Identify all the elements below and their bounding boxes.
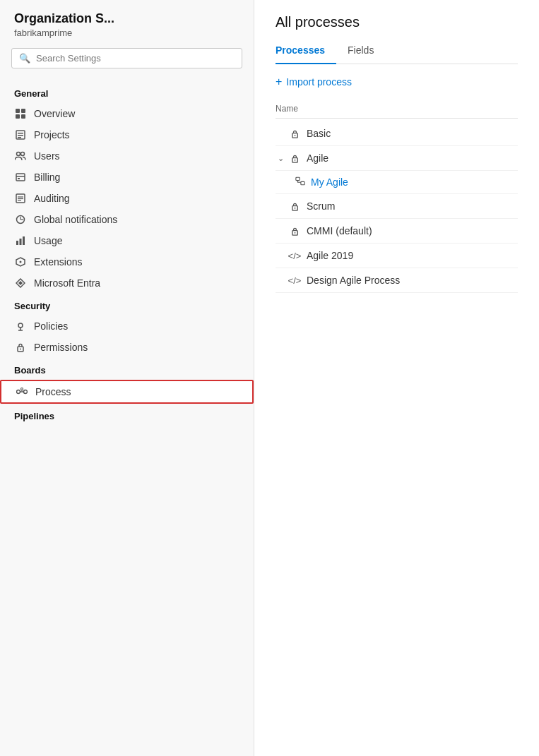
sidebar-item-billing-label: Billing <box>34 172 60 183</box>
search-input[interactable] <box>36 53 235 64</box>
sidebar-scroll-area: Organization S... fabrikamprime 🔍 Genera… <box>0 0 254 756</box>
grid-icon <box>14 109 27 119</box>
process-row-cmmi-label: CMMI (default) <box>307 225 372 236</box>
lock-icon-cmmi <box>288 227 301 236</box>
process-row-agile[interactable]: ⌄ Agile <box>276 146 518 171</box>
sidebar-item-users[interactable]: Users <box>0 145 254 167</box>
svg-point-31 <box>20 349 21 350</box>
table-header-name: Name <box>276 100 518 119</box>
svg-rect-1 <box>21 109 25 113</box>
sidebar-item-microsoft-entra-label: Microsoft Entra <box>34 277 100 289</box>
plus-icon: + <box>276 76 282 88</box>
sidebar: Organization S... fabrikamprime 🔍 Genera… <box>0 0 254 756</box>
svg-rect-21 <box>20 239 22 245</box>
tabs-bar: Processes Fields <box>276 39 518 64</box>
process-row-scrum-label: Scrum <box>307 200 335 212</box>
process-row-design-agile-label: Design Agile Process <box>307 275 400 286</box>
sidebar-item-projects[interactable]: Projects <box>0 124 254 145</box>
sidebar-item-overview[interactable]: Overview <box>0 103 254 124</box>
svg-rect-41 <box>296 177 300 180</box>
section-header-boards: Boards <box>0 358 254 380</box>
svg-point-33 <box>24 390 28 394</box>
search-icon: 🔍 <box>19 53 30 64</box>
svg-rect-5 <box>18 133 23 134</box>
tab-fields[interactable]: Fields <box>348 39 385 64</box>
sidebar-item-extensions[interactable]: Extensions <box>0 251 254 272</box>
notifications-icon <box>14 215 27 224</box>
projects-icon <box>14 130 27 140</box>
section-header-pipelines: Pipelines <box>0 404 254 426</box>
svg-rect-20 <box>16 241 18 245</box>
entra-icon <box>14 278 27 288</box>
lock-icon <box>14 342 27 352</box>
spacer-cmmi <box>276 227 285 235</box>
org-title: Organization S... <box>0 11 254 26</box>
page-title: All processes <box>276 14 518 30</box>
process-icon <box>16 387 28 397</box>
sidebar-item-permissions-label: Permissions <box>34 342 88 353</box>
main-content: All processes Processes Fields + Import … <box>254 0 539 756</box>
spacer <box>276 129 285 138</box>
sidebar-item-auditing[interactable]: Auditing <box>0 188 254 209</box>
sidebar-item-policies-label: Policies <box>34 320 68 332</box>
sidebar-item-overview-label: Overview <box>34 108 75 119</box>
search-box[interactable]: 🔍 <box>11 48 242 68</box>
inherit-icon-my-agile <box>295 176 305 188</box>
svg-point-8 <box>17 152 20 156</box>
chevron-down-icon-agile: ⌄ <box>276 154 285 163</box>
svg-point-27 <box>18 323 23 328</box>
sidebar-item-microsoft-entra[interactable]: Microsoft Entra <box>0 272 254 294</box>
sidebar-item-process-label: Process <box>35 386 71 397</box>
spacer-scrum <box>276 202 285 210</box>
auditing-icon <box>14 193 27 203</box>
svg-rect-6 <box>18 135 23 136</box>
sidebar-item-global-notifications[interactable]: Global notifications <box>0 209 254 230</box>
process-row-cmmi[interactable]: CMMI (default) <box>276 219 518 244</box>
process-row-basic[interactable]: Basic <box>276 121 518 146</box>
svg-rect-0 <box>16 109 20 113</box>
process-row-scrum[interactable]: Scrum <box>276 194 518 219</box>
sidebar-item-usage[interactable]: Usage <box>0 230 254 251</box>
process-row-agile-label: Agile <box>307 152 328 164</box>
process-row-my-agile-link[interactable]: My Agile <box>311 176 348 188</box>
spacer-design-agile <box>276 276 285 284</box>
extensions-icon <box>14 257 27 267</box>
lock-icon-agile <box>288 154 301 163</box>
svg-point-40 <box>294 159 295 160</box>
org-subtitle: fabrikamprime <box>0 28 254 38</box>
svg-rect-7 <box>18 137 21 138</box>
process-row-agile-2019[interactable]: </> Agile 2019 <box>276 244 518 268</box>
import-process-button[interactable]: + Import process <box>276 76 352 88</box>
users-icon <box>14 151 27 161</box>
process-row-agile-2019-label: Agile 2019 <box>307 250 353 261</box>
sidebar-item-policies[interactable]: Policies <box>0 316 254 337</box>
spacer-agile2019 <box>276 251 285 260</box>
lock-icon-basic <box>288 129 301 138</box>
sidebar-item-permissions[interactable]: Permissions <box>0 337 254 358</box>
sidebar-item-billing[interactable]: Billing <box>0 167 254 188</box>
svg-rect-42 <box>301 181 304 184</box>
svg-rect-12 <box>18 178 20 179</box>
sidebar-item-global-notifications-label: Global notifications <box>34 214 117 225</box>
svg-point-46 <box>294 232 295 233</box>
sidebar-item-usage-label: Usage <box>34 235 62 246</box>
svg-rect-3 <box>21 114 25 119</box>
code-icon-design-agile: </> <box>288 275 301 286</box>
svg-rect-2 <box>16 114 20 119</box>
sidebar-item-process[interactable]: Process <box>0 380 254 404</box>
svg-point-24 <box>20 261 22 263</box>
svg-rect-22 <box>23 236 25 245</box>
process-row-basic-label: Basic <box>307 128 331 139</box>
section-header-general: General <box>0 81 254 103</box>
billing-icon <box>14 172 27 182</box>
tab-processes[interactable]: Processes <box>276 39 336 64</box>
process-row-design-agile[interactable]: </> Design Agile Process <box>276 268 518 293</box>
sidebar-item-extensions-label: Extensions <box>34 256 82 268</box>
svg-point-44 <box>294 207 295 208</box>
sidebar-item-projects-label: Projects <box>34 129 70 140</box>
code-icon-agile2019: </> <box>288 251 301 261</box>
process-row-my-agile[interactable]: My Agile <box>276 171 518 194</box>
sidebar-item-users-label: Users <box>34 150 60 162</box>
import-process-label: Import process <box>286 76 352 88</box>
svg-point-38 <box>294 134 295 136</box>
